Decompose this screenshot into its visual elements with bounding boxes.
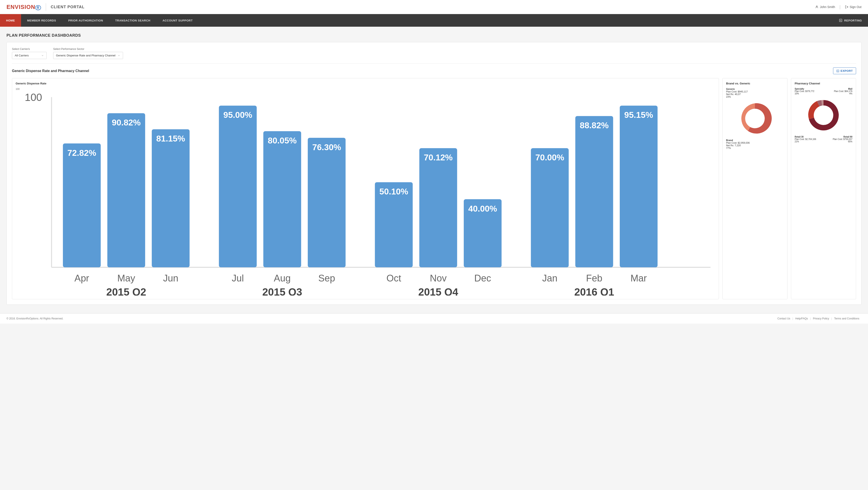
brand-pct: 77% — [726, 147, 784, 149]
svg-text:2015 Q4: 2015 Q4 — [418, 286, 458, 296]
svg-text:Jan: Jan — [542, 273, 557, 283]
nav-prior-auth[interactable]: PRIOR AUTHORIZATION — [62, 14, 109, 27]
svg-text:70.00%: 70.00% — [535, 153, 564, 162]
svg-text:Feb: Feb — [586, 273, 602, 283]
pharmacy-channel-panel: Pharmacy Channel Specialty Plan Cost: $3… — [791, 78, 856, 299]
sector-label: Select Performance Sector — [53, 48, 123, 51]
sign-out-label: Sign Out — [850, 5, 862, 9]
svg-point-0 — [816, 6, 817, 7]
svg-text:95.15%: 95.15% — [624, 110, 653, 120]
bar-chart-svg: 100 72.82% Apr 90.82% May — [16, 88, 715, 296]
pharmacy-donut-wrap — [795, 96, 852, 135]
pharmacy-donut — [804, 96, 843, 135]
generic-label: Generic — [726, 88, 784, 90]
carrier-filter-group: Select Carrier/s All Carriers — [12, 48, 46, 59]
pharmacy-donut-hole — [814, 105, 833, 125]
header-right: John Smith | Sign Out — [815, 5, 862, 9]
bar-chart-panel: Generic Dispense Rate 100 100 — [12, 78, 719, 299]
sign-out-button[interactable]: Sign Out — [845, 5, 862, 9]
svg-text:50.10%: 50.10% — [379, 187, 408, 196]
sector-select[interactable]: Generic Dispense Rate and Pharmacy Chann… — [53, 52, 123, 59]
svg-text:Apr: Apr — [74, 273, 89, 283]
svg-text:76.30%: 76.30% — [312, 143, 341, 152]
nav-account-support[interactable]: ACCOUNT SUPPORT — [156, 14, 199, 27]
specialty-label: Specialty — [795, 88, 814, 90]
generic-pct: 23% — [726, 95, 784, 98]
user-menu[interactable]: John Smith — [815, 5, 835, 9]
svg-text:May: May — [117, 273, 135, 283]
svg-text:Jun: Jun — [163, 273, 178, 283]
mail-label: Mail — [834, 88, 852, 90]
svg-text:81.15%: 81.15% — [156, 134, 185, 143]
footer-privacy[interactable]: Privacy Policy — [811, 317, 831, 320]
svg-text:80.05%: 80.05% — [268, 136, 297, 145]
main-nav: HOME MEMBER RECORDS PRIOR AUTHORIZATION … — [0, 14, 868, 27]
svg-text:100: 100 — [25, 92, 42, 103]
brand-label: Brand — [726, 139, 784, 142]
generic-legend: Generic Plan Cost: $945,117 Net Rx: 40,0… — [726, 88, 784, 98]
signout-icon — [845, 5, 848, 9]
svg-text:Nov: Nov — [430, 273, 447, 283]
section-divider — [12, 63, 856, 64]
logo: ENVISIONR CLIENT PORTAL — [6, 3, 85, 11]
mail-pct: 4% — [834, 92, 852, 95]
generic-plan-cost: Plan Cost: $945,117 — [726, 90, 784, 93]
footer-contact[interactable]: Contact Us — [775, 317, 792, 320]
brand-generic-donut — [736, 99, 774, 138]
footer-helpfaq[interactable]: Help/FAQs — [793, 317, 810, 320]
user-icon — [815, 5, 818, 9]
svg-text:2015 Q2: 2015 Q2 — [106, 286, 146, 296]
header: ENVISIONR CLIENT PORTAL John Smith | Sig… — [0, 0, 868, 14]
bar-feb — [575, 116, 613, 267]
bar-aug — [263, 131, 301, 267]
svg-text:2016 Q1: 2016 Q1 — [574, 286, 614, 296]
specialty-pct: 10% — [795, 92, 814, 95]
footer-links: Contact Us | Help/FAQs | Privacy Policy … — [775, 317, 862, 320]
carrier-select[interactable]: All Carriers — [12, 52, 46, 59]
svg-text:88.82%: 88.82% — [580, 121, 609, 130]
bar-apr — [63, 144, 101, 267]
bar-jun — [152, 129, 189, 267]
page-title: PLAN PERFORMANCE DASHBOARDS — [6, 33, 862, 38]
export-icon — [836, 69, 839, 72]
sector-filter-group: Select Performance Sector Generic Dispen… — [53, 48, 123, 59]
logo-portal: CLIENT PORTAL — [51, 5, 85, 9]
svg-text:Sep: Sep — [318, 273, 335, 283]
footer-terms[interactable]: Terms and Conditions — [832, 317, 862, 320]
dashboard-card: Select Carrier/s All Carriers Select Per… — [6, 42, 862, 305]
svg-text:Oct: Oct — [386, 273, 401, 283]
generic-net-rx: Net Rx: 40,07 — [726, 93, 784, 95]
pharmacy-bottom-labels: Retail 30 Plan Cost: $2,704,166 21% Reta… — [795, 135, 852, 143]
reporting-icon — [839, 19, 842, 22]
retail30-pct: 21% — [795, 141, 816, 143]
export-label: EXPORT — [841, 69, 853, 72]
nav-member-records[interactable]: MEMBER RECORDS — [21, 14, 62, 27]
retail90-pct: 65% — [833, 141, 852, 143]
brand-vs-generic-title: Brand vs. Generic — [726, 82, 784, 85]
user-name: John Smith — [820, 5, 835, 9]
footer-copyright: © 2016. EnvisionRxOptions. All Rights Re… — [6, 317, 63, 320]
brand-net-rx: Net Rx: 7,220 — [726, 144, 784, 147]
specialty-plan-cost: Plan Cost: $379,772 — [795, 90, 814, 92]
export-button[interactable]: EXPORT — [833, 67, 856, 74]
bar-mar — [620, 106, 657, 267]
bar-jan — [531, 148, 568, 267]
nav-transaction-search[interactable]: TRANSACTION SEARCH — [109, 14, 156, 27]
nav-home[interactable]: HOME — [0, 14, 21, 27]
chevron-down-icon — [41, 54, 44, 57]
mail-legend: Mail Plan Cost: $64,176 4% — [834, 88, 852, 95]
svg-text:72.82%: 72.82% — [67, 148, 96, 157]
bar-chart-title: Generic Dispense Rate — [16, 82, 715, 85]
carrier-label: Select Carrier/s — [12, 48, 46, 51]
bar-chart-container: 100 100 72.82% Apr — [16, 88, 715, 296]
section-title: Generic Dispense Rate and Pharmacy Chann… — [12, 69, 89, 73]
chevron-down-icon — [118, 54, 120, 57]
logo-brand: ENVISIONR — [6, 4, 41, 10]
svg-text:90.82%: 90.82% — [112, 118, 141, 127]
nav-reporting[interactable]: REPORTING — [833, 14, 868, 27]
retail30-plan-cost: Plan Cost: $2,704,166 — [795, 138, 816, 141]
bar-sep — [308, 138, 345, 267]
donut-hole — [745, 109, 765, 128]
brand-legend: Brand Plan Cost: $2,959,036 Net Rx: 7,22… — [726, 139, 784, 149]
header-separator: | — [839, 5, 840, 9]
